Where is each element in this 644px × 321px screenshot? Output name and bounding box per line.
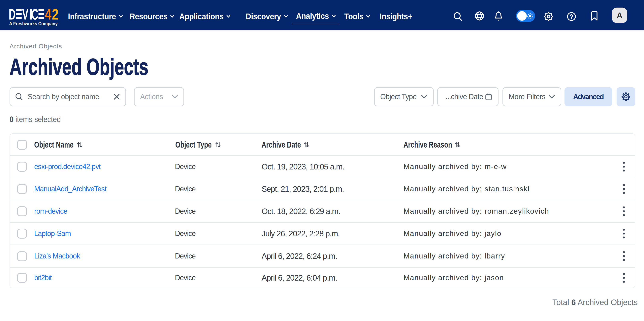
svg-text:C: C: [32, 8, 38, 23]
svg-text:A Freshworks Company: A Freshworks Company: [9, 21, 58, 26]
svg-text:2: 2: [52, 8, 59, 23]
svg-text:V: V: [22, 8, 28, 23]
svg-text:4: 4: [45, 8, 52, 23]
svg-text:D: D: [9, 8, 16, 23]
